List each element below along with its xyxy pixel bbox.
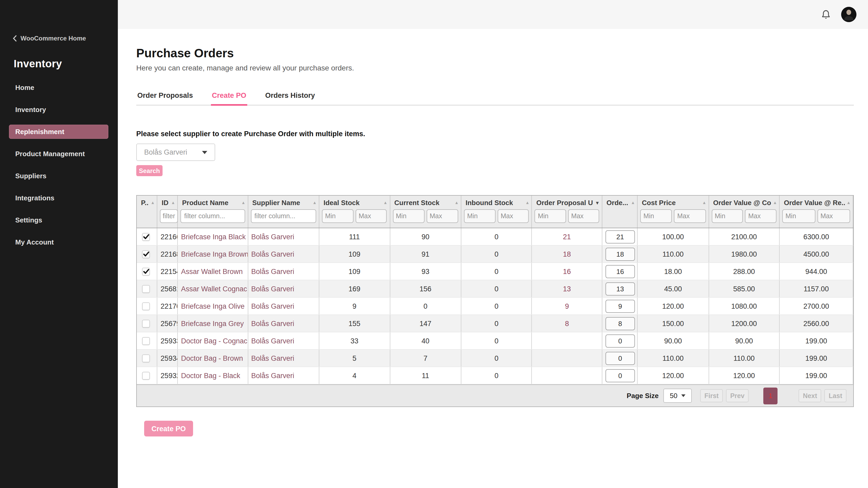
cell-inbound: 0	[461, 263, 532, 280]
order-qty-input[interactable]	[606, 282, 635, 295]
filter-max-input-value_cost[interactable]	[745, 209, 777, 223]
supplier-dropdown[interactable]: Bolås Garveri	[136, 143, 215, 161]
product-name-link[interactable]: Briefcase Inga Grey	[181, 320, 244, 327]
supplier-name-link[interactable]: Bolås Garveri	[251, 267, 294, 275]
row-checkbox[interactable]	[142, 302, 150, 310]
product-name-link[interactable]: Briefcase Inga Brown	[181, 250, 248, 258]
product-name-link[interactable]: Assar Wallet Brown	[181, 267, 243, 275]
first-page-button[interactable]: First	[700, 389, 723, 402]
create-po-button[interactable]: Create PO	[144, 421, 193, 436]
filter-min-input-current[interactable]	[393, 209, 424, 223]
cell-product: Briefcase Inga Black	[178, 228, 248, 245]
product-name-link[interactable]: Assar Wallet Cognac	[181, 285, 247, 293]
supplier-name-link[interactable]: Bolås Garveri	[251, 233, 294, 240]
column-header-cost[interactable]: Cost Price▲	[637, 196, 709, 208]
filter-input-product[interactable]	[180, 209, 245, 223]
supplier-name-link[interactable]: Bolås Garveri	[251, 250, 294, 258]
row-checkbox-checked[interactable]	[142, 267, 150, 275]
order-qty-input[interactable]	[606, 248, 635, 261]
product-name-link[interactable]: Briefcase Inga Black	[181, 233, 246, 240]
filter-min-input-value_retail[interactable]	[782, 209, 815, 223]
order-qty-input[interactable]	[606, 334, 635, 347]
order-qty-input[interactable]	[606, 369, 635, 382]
sidebar-item-inventory[interactable]: Inventory	[9, 102, 108, 117]
sidebar-item-settings[interactable]: Settings	[9, 213, 108, 227]
supplier-name-link[interactable]: Bolås Garveri	[251, 354, 294, 362]
column-header-value_cost[interactable]: Order Value @ Co...▲	[709, 196, 779, 208]
ideal-value: 9	[352, 302, 356, 310]
row-checkbox[interactable]	[142, 354, 150, 362]
cell-proposal	[532, 332, 602, 350]
tab-create-po[interactable]: Create PO	[211, 92, 248, 106]
notifications-bell-icon[interactable]	[820, 9, 832, 20]
filter-min-input-inbound[interactable]	[464, 209, 496, 223]
woocommerce-home-link[interactable]: WooCommerce Home	[12, 35, 118, 42]
order-qty-input[interactable]	[606, 265, 635, 278]
prev-page-button[interactable]: Prev	[726, 389, 749, 402]
sidebar-item-product-management[interactable]: Product Management	[9, 147, 108, 161]
filter-min-input-cost[interactable]	[640, 209, 672, 223]
column-header-order[interactable]: Orde...▲	[602, 196, 638, 208]
order-qty-input[interactable]	[606, 230, 635, 243]
supplier-name-link[interactable]: Bolås Garveri	[251, 320, 294, 327]
sidebar-item-integrations[interactable]: Integrations	[9, 191, 108, 205]
filter-max-input-cost[interactable]	[674, 209, 706, 223]
product-name-link[interactable]: Doctor Bag - Black	[181, 371, 240, 380]
order-qty-input[interactable]	[606, 352, 635, 365]
filter-max-input-current[interactable]	[426, 209, 458, 223]
cost-value: 100.00	[662, 233, 684, 240]
column-header-value_retail[interactable]: Order Value @ Re...▲	[779, 196, 853, 208]
column-header-product[interactable]: Product Name▲	[178, 196, 248, 208]
column-header-sel[interactable]: P...▲	[137, 196, 157, 208]
filter-min-input-ideal[interactable]	[322, 209, 353, 223]
sidebar-item-replenishment[interactable]: Replenishment	[9, 125, 108, 139]
row-checkbox[interactable]	[142, 320, 150, 327]
filter-max-input-inbound[interactable]	[497, 209, 529, 223]
cell-cost: 120.00	[637, 367, 709, 384]
search-button[interactable]: Search	[136, 165, 162, 176]
order-qty-input[interactable]	[606, 317, 635, 330]
product-name-link[interactable]: Doctor Bag - Cognac	[181, 337, 247, 345]
product-name-link[interactable]: Doctor Bag - Brown	[181, 354, 243, 362]
current-page-button[interactable]: 1	[763, 387, 777, 404]
last-page-button[interactable]: Last	[825, 389, 846, 402]
row-checkbox-checked[interactable]	[142, 233, 150, 240]
filter-max-input-proposal[interactable]	[568, 209, 599, 223]
column-label-value_retail: Order Value @ Re...	[784, 199, 845, 207]
product-name-link[interactable]: Briefcase Inga Olive	[181, 302, 245, 310]
row-checkbox[interactable]	[142, 285, 150, 293]
column-label-order: Orde...	[607, 199, 628, 207]
column-header-ideal[interactable]: Ideal Stock▲	[319, 196, 390, 208]
column-header-current[interactable]: Current Stock▲	[390, 196, 461, 208]
filter-min-input-value_cost[interactable]	[712, 209, 743, 223]
column-header-supplier[interactable]: Supplier Name▲	[248, 196, 319, 208]
supplier-name-link[interactable]: Bolås Garveri	[251, 371, 294, 380]
column-header-inbound[interactable]: Inbound Stock▲	[461, 196, 532, 208]
filter-max-input-ideal[interactable]	[355, 209, 387, 223]
sidebar-item-suppliers[interactable]: Suppliers	[9, 169, 108, 183]
filter-input-id[interactable]	[160, 209, 178, 223]
page-size-select[interactable]: 50	[663, 389, 692, 403]
next-page-button[interactable]: Next	[799, 389, 821, 402]
user-avatar[interactable]	[841, 7, 857, 22]
order-qty-input[interactable]	[606, 299, 635, 313]
sidebar-item-my-account[interactable]: My Account	[9, 235, 108, 249]
tab-orders-history[interactable]: Orders History	[264, 92, 316, 106]
supplier-name-link[interactable]: Bolås Garveri	[251, 302, 294, 310]
row-checkbox[interactable]	[142, 337, 150, 345]
ideal-value: 111	[349, 233, 360, 240]
filter-min-input-proposal[interactable]	[535, 209, 566, 223]
row-checkbox-checked[interactable]	[142, 250, 150, 258]
row-checkbox[interactable]	[142, 371, 150, 380]
cell-proposal: 9	[532, 297, 602, 315]
cell-ideal: 155	[319, 315, 390, 332]
sidebar-item-home[interactable]: Home	[9, 80, 108, 95]
tab-order-proposals[interactable]: Order Proposals	[136, 92, 194, 106]
column-header-proposal[interactable]: Order Proposal U...▼	[532, 196, 602, 208]
supplier-name-link[interactable]: Bolås Garveri	[251, 337, 294, 345]
filter-input-supplier[interactable]	[251, 209, 316, 223]
filter-max-input-value_retail[interactable]	[817, 209, 850, 223]
column-header-id[interactable]: ID▲	[157, 196, 178, 208]
cell-value_retail: 4500.00	[779, 245, 853, 263]
supplier-name-link[interactable]: Bolås Garveri	[251, 285, 294, 293]
